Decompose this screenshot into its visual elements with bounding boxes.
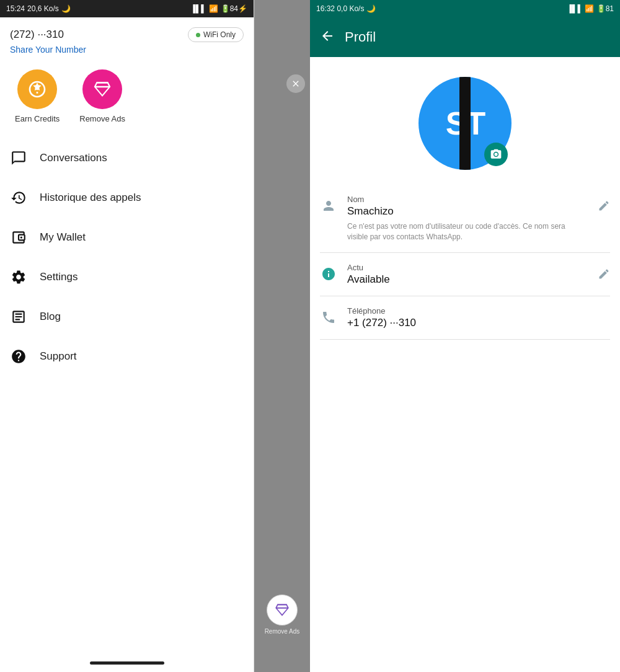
- menu-item-call-history[interactable]: Historique des appels: [0, 178, 254, 218]
- left-data-speed: 20,6 Ko/s: [27, 4, 59, 13]
- my-wallet-label: My Wallet: [40, 231, 86, 244]
- left-status-time-info: 15:24 20,6 Ko/s 🌙: [6, 4, 71, 13]
- diamond-small-icon: [274, 602, 290, 618]
- menu-item-conversations[interactable]: Conversations: [0, 138, 254, 178]
- right-time: 16:32: [316, 4, 335, 13]
- remove-ads-bottom[interactable]: Remove Ads: [265, 595, 300, 635]
- share-number-link[interactable]: Share Your Number: [0, 45, 254, 64]
- name-hint: Ce n'est pas votre nom d'utilisateur ou …: [347, 221, 588, 242]
- name-field: Nom Smachizo Ce n'est pas votre nom d'ut…: [320, 185, 610, 253]
- support-icon: [10, 348, 27, 365]
- wifi-dot: [196, 33, 200, 37]
- menu-item-my-wallet[interactable]: My Wallet: [0, 218, 254, 257]
- remove-ads-bottom-label: Remove Ads: [265, 628, 300, 635]
- right-panel: 16:32 0,0 Ko/s 🌙 ▐▌▌ 📶 🔋81 Profil ST: [310, 0, 620, 672]
- chat-icon: [10, 149, 27, 167]
- wifi-badge-label: WiFi Only: [203, 30, 236, 39]
- signal-icon: ▐▌▌: [190, 4, 206, 13]
- profile-header-title: Profil: [345, 29, 376, 45]
- phone-number-row: (272) ···310 WiFi Only: [0, 17, 254, 45]
- remove-ads-circle: [267, 595, 298, 626]
- back-button[interactable]: [320, 29, 335, 46]
- bottom-indicator: [90, 661, 164, 665]
- left-status-icons: ▐▌▌ 📶 🔋84⚡: [190, 4, 247, 13]
- moon-icon: 🌙: [61, 4, 71, 13]
- blog-icon: [10, 308, 27, 325]
- right-signal-icon: ▐▌▌: [567, 4, 583, 13]
- battery-icon: 🔋84⚡: [221, 4, 247, 13]
- settings-label: Settings: [40, 271, 78, 283]
- status-bar-left: 15:24 20,6 Ko/s 🌙 ▐▌▌ 📶 🔋84⚡: [0, 0, 254, 17]
- status-edit-button[interactable]: [598, 263, 610, 280]
- support-label: Support: [40, 350, 77, 363]
- right-moon-icon: 🌙: [366, 4, 376, 13]
- settings-icon: [10, 268, 27, 286]
- camera-badge[interactable]: [484, 143, 508, 166]
- person-icon: [320, 197, 337, 214]
- right-battery-icon: 🔋81: [596, 4, 614, 13]
- back-arrow-icon: [320, 29, 335, 43]
- remove-ads-button[interactable]: Remove Ads: [79, 69, 125, 123]
- name-edit-button[interactable]: [598, 195, 610, 212]
- status-bar-right: 16:32 0,0 Ko/s 🌙 ▐▌▌ 📶 🔋81: [310, 0, 620, 17]
- right-wifi-icon: 📶: [585, 4, 594, 13]
- status-field-content: Actu Available: [347, 263, 588, 286]
- phone-field: Téléphone +1 (272) ···310: [320, 296, 610, 340]
- phone-value: +1 (272) ···310: [347, 317, 610, 329]
- phone-label: Téléphone: [347, 306, 610, 316]
- close-button[interactable]: [286, 74, 305, 93]
- avatar-section: ST: [310, 57, 620, 185]
- name-label: Nom: [347, 195, 588, 204]
- earn-credits-button[interactable]: Earn Credits: [15, 69, 60, 123]
- menu-item-settings[interactable]: Settings: [0, 257, 254, 297]
- middle-strip: Remove Ads: [254, 0, 310, 672]
- phone-number: (272) ···310: [10, 29, 64, 41]
- status-field: Actu Available: [320, 253, 610, 296]
- blog-label: Blog: [40, 311, 61, 323]
- camera-icon: [490, 148, 502, 161]
- svg-point-0: [20, 236, 22, 238]
- star-icon: [27, 79, 47, 99]
- history-icon: [10, 189, 27, 206]
- right-status-icons: ▐▌▌ 📶 🔋81: [567, 4, 614, 13]
- earn-credits-label: Earn Credits: [15, 114, 60, 123]
- profile-fields: Nom Smachizo Ce n'est pas votre nom d'ut…: [310, 185, 620, 340]
- name-field-content: Nom Smachizo Ce n'est pas votre nom d'ut…: [347, 195, 588, 242]
- status-label: Actu: [347, 263, 588, 272]
- close-icon: [291, 79, 301, 89]
- wifi-badge: WiFi Only: [188, 27, 244, 42]
- menu-list: Conversations Historique des appels My W…: [0, 138, 254, 376]
- left-time: 15:24: [6, 4, 25, 13]
- avatar-wrapper[interactable]: ST: [418, 77, 512, 170]
- name-value: Smachizo: [347, 205, 588, 218]
- diamond-icon: [92, 79, 112, 99]
- conversations-label: Conversations: [40, 152, 107, 164]
- right-data-speed: 0,0 Ko/s: [337, 4, 364, 13]
- phone-field-content: Téléphone +1 (272) ···310: [347, 306, 610, 329]
- menu-item-support[interactable]: Support: [0, 337, 254, 376]
- call-history-label: Historique des appels: [40, 192, 141, 204]
- status-value: Available: [347, 273, 588, 286]
- wallet-icon: [10, 229, 27, 246]
- wifi-icon: 📶: [209, 4, 218, 13]
- profile-header: Profil: [310, 17, 620, 57]
- phone-icon: [320, 309, 337, 326]
- remove-ads-label: Remove Ads: [79, 114, 125, 123]
- remove-ads-icon-circle: [82, 69, 122, 109]
- menu-item-blog[interactable]: Blog: [0, 297, 254, 337]
- earn-credits-icon-circle: [17, 69, 57, 109]
- left-panel: 15:24 20,6 Ko/s 🌙 ▐▌▌ 📶 🔋84⚡ (272) ···31…: [0, 0, 254, 672]
- avatar-logo-bar: [459, 77, 471, 170]
- right-status-left: 16:32 0,0 Ko/s 🌙: [316, 4, 376, 13]
- info-icon: [320, 265, 337, 283]
- action-icons-row: Earn Credits Remove Ads: [0, 64, 254, 138]
